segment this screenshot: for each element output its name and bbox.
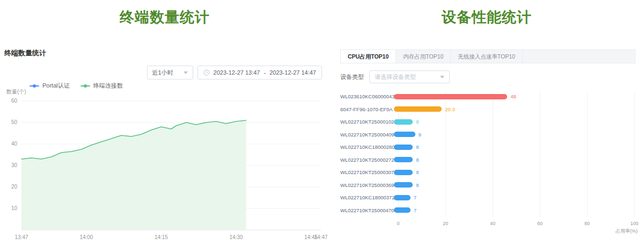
chevron-down-icon bbox=[440, 76, 444, 78]
y-tick-label: 50 bbox=[11, 119, 18, 125]
x-tick-label: 20 bbox=[443, 221, 448, 226]
bar-row: WL022710KT250003698 bbox=[340, 179, 638, 192]
legend-item[interactable]: Portal认证 bbox=[30, 82, 70, 90]
left-section-title: 终端数量统计 bbox=[0, 0, 330, 27]
y-tick-label: 30 bbox=[11, 162, 18, 168]
y-tick-label: 40 bbox=[11, 141, 18, 147]
x-tick-label: 40 bbox=[490, 221, 495, 226]
device-label: 6047-FF96-1070-EF0A bbox=[340, 106, 394, 112]
performance-tabs: CPU占用TOP10 内存占用TOP10 无线接入点速率TOP10 bbox=[340, 49, 635, 63]
device-type-select[interactable]: 请选择设备类型 bbox=[369, 70, 450, 83]
bar-value: 8 bbox=[416, 119, 419, 125]
value-bar bbox=[394, 132, 415, 137]
tab-ap-rate-top10[interactable]: 无线接入点速率TOP10 bbox=[451, 50, 523, 63]
device-label: WL023610KC06000043 bbox=[340, 93, 394, 99]
x-tick-label: 14:15 bbox=[155, 234, 168, 240]
chart-controls: 近1小时 2023-12-27 13:47 - 2023-12-27 14:47 bbox=[147, 66, 322, 80]
bar-value: 8 bbox=[416, 182, 419, 188]
panel-title: 终端数量统计 bbox=[4, 48, 46, 58]
device-performance-panel: 设备性能统计 CPU占用TOP10 内存占用TOP10 无线接入点速率TOP10… bbox=[330, 0, 644, 245]
bar-value: 7 bbox=[414, 207, 416, 213]
value-bar bbox=[394, 119, 413, 125]
bar-value: 8 bbox=[416, 144, 419, 150]
clock-icon bbox=[203, 69, 210, 76]
bar-row: WL022710KC180003727 bbox=[340, 191, 638, 204]
device-label: WL022710KT25000102 bbox=[340, 119, 394, 125]
x-tick-label: 13:47 bbox=[14, 234, 28, 240]
right-section-title: 设备性能统计 bbox=[330, 0, 644, 27]
device-type-placeholder: 请选择设备类型 bbox=[375, 73, 416, 81]
bar-row: WL022710KC180002808 bbox=[340, 141, 638, 154]
y-axis-title: 数量(个) bbox=[6, 88, 26, 96]
tab-cpu-top10[interactable]: CPU占用TOP10 bbox=[341, 50, 396, 63]
bar-value: 9 bbox=[419, 132, 421, 138]
bar-value: 8 bbox=[416, 157, 419, 163]
value-bar bbox=[394, 145, 413, 150]
x-tick-label: 14:47 bbox=[314, 234, 327, 240]
bar-value: 48 bbox=[510, 93, 516, 99]
x-tick-label: 100 bbox=[630, 221, 638, 226]
value-bar bbox=[394, 94, 507, 99]
value-bar bbox=[394, 157, 413, 162]
legend-marker-icon bbox=[30, 85, 39, 87]
device-label: WL022710KT25000369 bbox=[340, 182, 394, 188]
bar-row: WL022710KT250001028 bbox=[340, 116, 638, 128]
x-tick-label: 14:30 bbox=[229, 234, 243, 240]
bar-row: WL022710KT250003078 bbox=[340, 166, 638, 179]
device-label: WL022710KT25000307 bbox=[340, 169, 394, 175]
value-bar bbox=[394, 182, 413, 188]
device-label: WL022710KC18000280 bbox=[340, 144, 394, 150]
x-tick-label: 14:00 bbox=[79, 234, 93, 240]
value-bar bbox=[394, 195, 411, 200]
x-tick-label: 0 bbox=[397, 221, 399, 226]
device-label: WL022710KT25000409 bbox=[340, 132, 394, 138]
cpu-top10-chart: 占用率(%) 020406080100WL023610KC06000043486… bbox=[340, 90, 638, 244]
device-label: WL022710KT25000272 bbox=[340, 157, 394, 163]
device-label: WL022710KT25000470 bbox=[340, 207, 394, 213]
value-bar bbox=[394, 106, 442, 112]
chart-legend: Portal认证终端连接数 bbox=[30, 82, 123, 90]
value-bar bbox=[394, 170, 413, 175]
legend-item[interactable]: 终端连接数 bbox=[80, 82, 123, 90]
device-label: WL022710KC18000372 bbox=[340, 194, 394, 200]
y-tick-label: 10 bbox=[11, 205, 18, 211]
terminal-stats-panel: 终端数量统计 终端数量统计 近1小时 2023-12-27 13:47 - 20… bbox=[0, 0, 330, 245]
legend-label: Portal认证 bbox=[42, 82, 70, 90]
y-tick-label: 20 bbox=[11, 184, 18, 190]
bar-row: WL022710KT250004099 bbox=[340, 128, 638, 141]
value-bar bbox=[394, 207, 411, 213]
bar-row: 6047-FF96-1070-EF0A20.3 bbox=[340, 103, 638, 116]
y-tick-label: 60 bbox=[11, 98, 18, 104]
time-range-select[interactable]: 近1小时 bbox=[147, 66, 193, 80]
time-range-value: 近1小时 bbox=[152, 69, 173, 77]
chevron-down-icon bbox=[184, 71, 188, 74]
bar-row: WL023610KC0600004348 bbox=[340, 90, 638, 103]
legend-label: 终端连接数 bbox=[93, 82, 123, 90]
bar-row: WL022710KT250004707 bbox=[340, 204, 638, 217]
bar-value: 8 bbox=[416, 169, 419, 175]
date-range-picker[interactable]: 2023-12-27 13:47 - 2023-12-27 14:47 bbox=[197, 66, 322, 80]
device-type-label: 设备类型 bbox=[340, 73, 364, 81]
tab-memory-top10[interactable]: 内存占用TOP10 bbox=[396, 50, 451, 63]
legend-marker-icon bbox=[80, 85, 90, 87]
device-type-filter: 设备类型 请选择设备类型 bbox=[340, 70, 450, 83]
terminal-count-chart: 60504030201013:4714:0014:1514:3014:4514:… bbox=[2, 96, 327, 242]
date-start: 2023-12-27 13:47 bbox=[214, 69, 260, 76]
x-axis-title: 占用率(%) bbox=[616, 228, 638, 235]
date-separator: - bbox=[264, 69, 266, 76]
terminal-count-chart-svg: 60504030201013:4714:0014:1514:3014:4514:… bbox=[2, 96, 327, 242]
x-tick-label: 60 bbox=[537, 221, 543, 226]
x-tick-label: 80 bbox=[584, 221, 590, 226]
series-area bbox=[21, 120, 246, 230]
date-end: 2023-12-27 14:47 bbox=[269, 69, 316, 76]
bar-value: 7 bbox=[414, 194, 416, 200]
bar-row: WL022710KT250002728 bbox=[340, 154, 638, 167]
bar-value: 20.3 bbox=[445, 106, 455, 112]
